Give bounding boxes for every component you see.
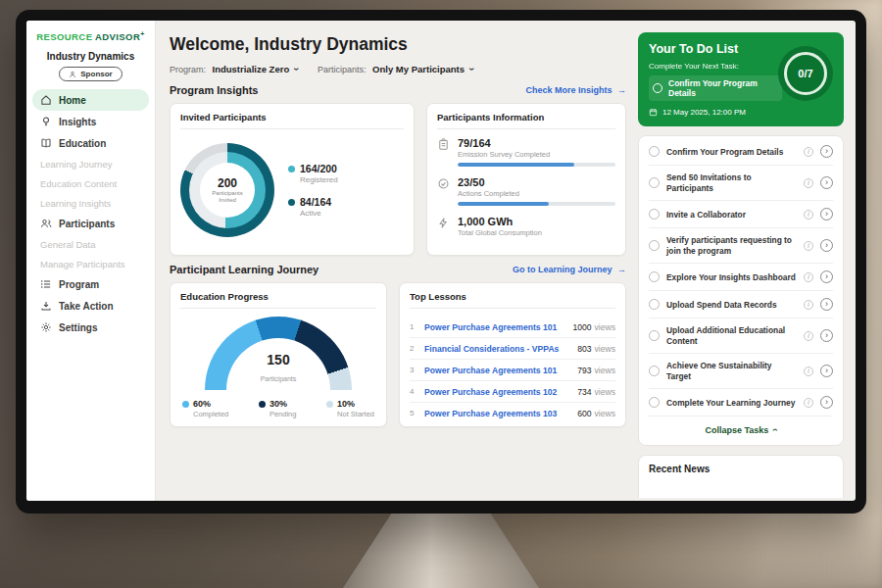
chevron-down-icon: › [291, 68, 302, 71]
sidebar-item-manage-participants[interactable]: Manage Participants [26, 254, 155, 273]
checkbox-icon[interactable] [649, 397, 660, 408]
task-label: Confirm Your Program Details [666, 147, 797, 158]
todo-summary-card: Your To Do List Complete Your Next Task:… [638, 32, 844, 126]
legend-item-pending: 30% Pending [259, 399, 297, 418]
participants-filter[interactable]: Participants: Only My Participants › [318, 64, 473, 74]
lesson-row: 1 Power Purchase Agreements 101 1000view… [410, 317, 615, 338]
chevron-right-icon[interactable]: › [820, 396, 833, 409]
chevron-right-icon[interactable]: › [820, 145, 833, 158]
info-icon: i [804, 300, 813, 310]
top-lessons-card: Top Lessons 1 Power Purchase Agreements … [399, 282, 626, 427]
task-row[interactable]: Invite a Collaborator i › [649, 201, 833, 228]
lesson-link[interactable]: Financial Considerations - VPPAs [424, 344, 567, 354]
checkbox-icon[interactable] [653, 83, 662, 93]
checkbox-icon[interactable] [649, 330, 660, 341]
sidebar-item-take-action[interactable]: Take Action [26, 295, 155, 317]
chevron-right-icon[interactable]: › [820, 208, 833, 220]
collapse-tasks-button[interactable]: Collapse Tasks › [649, 416, 833, 443]
todo-next-task-label: Confirm Your Program Details [668, 78, 778, 98]
checkbox-icon[interactable] [649, 209, 660, 220]
chevron-right-icon[interactable]: › [820, 329, 833, 342]
energy-icon [437, 217, 450, 229]
sidebar-item-label: Program [59, 279, 99, 290]
lesson-rank: 2 [410, 344, 417, 353]
checkbox-icon[interactable] [649, 240, 660, 251]
chevron-right-icon[interactable]: › [820, 365, 833, 377]
task-label: Upload Additional Educational Content [666, 325, 797, 346]
lesson-rank: 3 [410, 366, 417, 374]
info-icon: i [804, 241, 813, 251]
emission-survey-progressbar [458, 163, 615, 167]
checkbox-icon[interactable] [649, 271, 660, 282]
sidebar-item-learning-journey[interactable]: Learning Journey [26, 154, 155, 173]
task-row[interactable]: Upload Additional Educational Content i … [649, 318, 833, 354]
sidebar-item-program[interactable]: Program [26, 273, 155, 295]
consumption-label: Total Global Consumption [458, 228, 615, 237]
invited-chart-body: 200 Participants Invited 164/200 Registe… [180, 137, 404, 245]
task-row[interactable]: Verify participants requesting to join t… [649, 228, 833, 264]
gear-icon [40, 321, 52, 333]
lesson-link[interactable]: Power Purchase Agreements 103 [424, 409, 567, 418]
sidebar-item-general-data[interactable]: General Data [26, 234, 155, 254]
task-row[interactable]: Achieve One Sustainability Target i › [649, 354, 833, 389]
sidebar-item-education-content[interactable]: Education Content [26, 173, 155, 193]
chevron-right-icon[interactable]: › [820, 239, 833, 252]
sponsor-badge[interactable]: Sponsor [59, 67, 122, 81]
sidebar-item-home[interactable]: Home [32, 89, 149, 111]
info-icon: i [804, 398, 813, 408]
sidebar-item-insights[interactable]: Insights [26, 111, 155, 132]
sidebar-item-label: Take Action [59, 301, 114, 312]
task-label: Achieve One Sustainability Target [666, 361, 797, 381]
checkbox-icon[interactable] [649, 146, 660, 157]
sidebar-item-label: Learning Insights [40, 198, 111, 209]
lesson-views-unit: views [595, 322, 616, 332]
check-more-insights-link[interactable]: Check More Insights → [525, 85, 626, 95]
dashboard-screen: RESOURCE ADVISOR+ Industry Dynamics Spon… [26, 21, 856, 501]
main-column: Welcome, Industry Dynamics Program: Indu… [170, 32, 626, 501]
legend-item-completed: 60% Completed [182, 399, 228, 418]
lesson-row: 4 Power Purchase Agreements 102 734views [410, 381, 615, 403]
sidebar-item-label: Settings [59, 322, 97, 333]
participants-filter-value: Only My Participants [372, 64, 465, 74]
legend-label: Pending [270, 410, 297, 418]
program-filter[interactable]: Program: Industrialize Zero › [170, 64, 298, 74]
sidebar: RESOURCE ADVISOR+ Industry Dynamics Spon… [26, 21, 156, 501]
lesson-link[interactable]: Power Purchase Agreements 101 [424, 322, 563, 332]
program-filter-label: Program: [170, 65, 206, 74]
sidebar-item-learning-insights[interactable]: Learning Insights [26, 193, 155, 213]
download-icon [40, 300, 52, 312]
lesson-views-unit: views [595, 366, 616, 375]
program-insights-header: Program Insights Check More Insights → [170, 84, 626, 96]
education-progress-card: Education Progress 150 Participants 60% … [170, 282, 387, 427]
sidebar-item-settings[interactable]: Settings [26, 317, 155, 338]
task-row[interactable]: Explore Your Insights Dashboard i › [649, 264, 833, 291]
chevron-right-icon[interactable]: › [820, 176, 833, 189]
checkbox-icon[interactable] [649, 366, 660, 376]
chevron-right-icon[interactable]: › [820, 270, 833, 283]
lesson-link[interactable]: Power Purchase Agreements 102 [424, 387, 567, 397]
task-row[interactable]: Complete Your Learning Journey i › [649, 389, 833, 416]
sidebar-item-education[interactable]: Education [26, 132, 155, 154]
task-row[interactable]: Send 50 Invitations to Participants i › [649, 166, 833, 201]
recent-news-card: Recent News [638, 455, 844, 498]
progress-fill [458, 202, 549, 206]
task-row[interactable]: Upload Spend Data Records i › [649, 291, 833, 318]
invited-donut-center: 200 Participants Invited [200, 163, 255, 218]
sidebar-item-participants[interactable]: Participants [26, 213, 155, 234]
go-to-learning-journey-link[interactable]: Go to Learning Journey → [513, 265, 626, 274]
legend-label: Completed [193, 410, 228, 418]
checkbox-icon[interactable] [649, 299, 660, 310]
invited-legend: 164/200 Registered 84/164 Active [288, 163, 338, 218]
chevron-right-icon[interactable]: › [820, 298, 833, 311]
todo-next-task[interactable]: Confirm Your Program Details [649, 75, 782, 101]
checkbox-icon[interactable] [649, 177, 660, 188]
sidebar-item-label: Insights [59, 117, 96, 127]
task-row[interactable]: Confirm Your Program Details i › [649, 138, 833, 166]
lesson-rank: 4 [410, 387, 417, 396]
actions-completed-label: Actions Completed [458, 189, 615, 198]
sidebar-nav: Home Insights Education Learning Journey… [26, 89, 155, 338]
section-title: Participant Learning Journey [170, 264, 318, 275]
logo-plus: + [140, 30, 145, 37]
lesson-link[interactable]: Power Purchase Agreements 101 [424, 366, 567, 375]
education-gauge-chart: 150 Participants [205, 317, 352, 390]
